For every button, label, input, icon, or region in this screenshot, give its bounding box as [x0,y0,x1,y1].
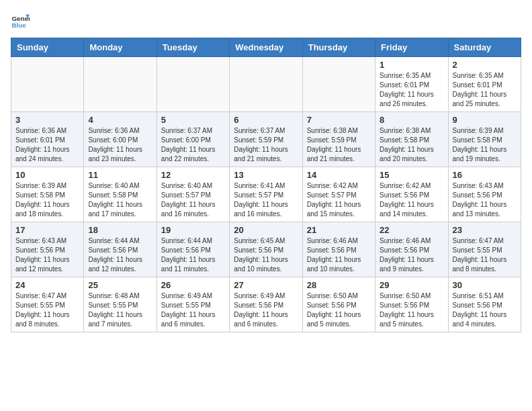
day-info: Sunrise: 6:51 AM Sunset: 5:56 PM Dayligh… [453,291,517,329]
calendar-cell: 12Sunrise: 6:40 AM Sunset: 5:57 PM Dayli… [157,167,229,222]
calendar-cell: 19Sunrise: 6:44 AM Sunset: 5:56 PM Dayli… [157,222,229,277]
svg-text:Blue: Blue [11,21,26,29]
day-number: 21 [307,225,371,235]
calendar-cell: 27Sunrise: 6:49 AM Sunset: 5:56 PM Dayli… [230,277,302,332]
day-number: 1 [380,60,443,70]
calendar-cell: 8Sunrise: 6:38 AM Sunset: 5:58 PM Daylig… [375,112,448,167]
calendar-cell [230,57,302,112]
col-header-sunday: Sunday [11,38,84,57]
day-number: 16 [453,170,517,180]
logo-icon: General Blue [11,11,30,30]
calendar-cell: 13Sunrise: 6:41 AM Sunset: 5:57 PM Dayli… [230,167,302,222]
day-number: 28 [307,280,371,290]
day-info: Sunrise: 6:48 AM Sunset: 5:55 PM Dayligh… [88,291,152,329]
calendar-cell: 23Sunrise: 6:47 AM Sunset: 5:55 PM Dayli… [448,222,521,277]
day-info: Sunrise: 6:39 AM Sunset: 5:58 PM Dayligh… [15,181,79,219]
calendar-week-row: 24Sunrise: 6:47 AM Sunset: 5:55 PM Dayli… [11,277,521,332]
calendar-cell: 14Sunrise: 6:42 AM Sunset: 5:57 PM Dayli… [302,167,375,222]
day-number: 17 [15,225,79,235]
calendar-cell: 28Sunrise: 6:50 AM Sunset: 5:56 PM Dayli… [302,277,375,332]
day-number: 18 [88,225,152,235]
day-number: 25 [88,280,152,290]
day-number: 29 [380,280,443,290]
day-info: Sunrise: 6:47 AM Sunset: 5:55 PM Dayligh… [15,291,79,329]
day-number: 27 [234,280,298,290]
calendar-cell: 29Sunrise: 6:50 AM Sunset: 5:56 PM Dayli… [375,277,448,332]
col-header-tuesday: Tuesday [157,38,229,57]
day-info: Sunrise: 6:39 AM Sunset: 5:58 PM Dayligh… [453,126,517,164]
calendar-table: SundayMondayTuesdayWednesdayThursdayFrid… [11,38,521,332]
calendar-cell: 18Sunrise: 6:44 AM Sunset: 5:56 PM Dayli… [84,222,157,277]
day-number: 12 [161,170,225,180]
col-header-friday: Friday [375,38,448,57]
calendar-cell: 22Sunrise: 6:46 AM Sunset: 5:56 PM Dayli… [375,222,448,277]
day-number: 7 [307,115,371,125]
calendar-cell [302,57,375,112]
col-header-saturday: Saturday [448,38,521,57]
calendar-cell: 10Sunrise: 6:39 AM Sunset: 5:58 PM Dayli… [11,167,84,222]
day-info: Sunrise: 6:46 AM Sunset: 5:56 PM Dayligh… [380,236,443,274]
day-number: 22 [380,225,443,235]
day-number: 3 [15,115,79,125]
calendar-cell [84,57,157,112]
day-number: 24 [15,280,79,290]
calendar-cell [157,57,229,112]
day-info: Sunrise: 6:46 AM Sunset: 5:56 PM Dayligh… [307,236,371,274]
day-info: Sunrise: 6:47 AM Sunset: 5:55 PM Dayligh… [453,236,517,274]
calendar-week-row: 1Sunrise: 6:35 AM Sunset: 6:01 PM Daylig… [11,57,521,112]
day-info: Sunrise: 6:45 AM Sunset: 5:56 PM Dayligh… [234,236,298,274]
day-number: 4 [88,115,152,125]
day-info: Sunrise: 6:40 AM Sunset: 5:58 PM Dayligh… [88,181,152,219]
calendar-cell: 26Sunrise: 6:49 AM Sunset: 5:55 PM Dayli… [157,277,229,332]
day-number: 13 [234,170,298,180]
calendar-cell: 9Sunrise: 6:39 AM Sunset: 5:58 PM Daylig… [448,112,521,167]
day-number: 30 [453,280,517,290]
day-number: 9 [453,115,517,125]
day-info: Sunrise: 6:43 AM Sunset: 5:56 PM Dayligh… [15,236,79,274]
day-info: Sunrise: 6:37 AM Sunset: 6:00 PM Dayligh… [161,126,225,164]
calendar-cell: 4Sunrise: 6:36 AM Sunset: 6:00 PM Daylig… [84,112,157,167]
day-number: 26 [161,280,225,290]
day-number: 23 [453,225,517,235]
day-info: Sunrise: 6:50 AM Sunset: 5:56 PM Dayligh… [380,291,443,329]
calendar-cell: 20Sunrise: 6:45 AM Sunset: 5:56 PM Dayli… [230,222,302,277]
day-info: Sunrise: 6:36 AM Sunset: 6:00 PM Dayligh… [88,126,152,164]
day-info: Sunrise: 6:35 AM Sunset: 6:01 PM Dayligh… [380,71,443,109]
day-number: 14 [307,170,371,180]
calendar-cell: 11Sunrise: 6:40 AM Sunset: 5:58 PM Dayli… [84,167,157,222]
logo: General Blue [11,11,30,30]
day-number: 2 [453,60,517,70]
calendar-week-row: 10Sunrise: 6:39 AM Sunset: 5:58 PM Dayli… [11,167,521,222]
calendar-cell: 24Sunrise: 6:47 AM Sunset: 5:55 PM Dayli… [11,277,84,332]
calendar-header-row: SundayMondayTuesdayWednesdayThursdayFrid… [11,38,521,57]
calendar-cell: 3Sunrise: 6:36 AM Sunset: 6:01 PM Daylig… [11,112,84,167]
day-info: Sunrise: 6:49 AM Sunset: 5:56 PM Dayligh… [234,291,298,329]
day-info: Sunrise: 6:35 AM Sunset: 6:01 PM Dayligh… [453,71,517,109]
day-number: 8 [380,115,443,125]
calendar-cell: 6Sunrise: 6:37 AM Sunset: 5:59 PM Daylig… [230,112,302,167]
day-info: Sunrise: 6:36 AM Sunset: 6:01 PM Dayligh… [15,126,79,164]
day-number: 10 [15,170,79,180]
day-info: Sunrise: 6:43 AM Sunset: 5:56 PM Dayligh… [453,181,517,219]
col-header-monday: Monday [84,38,157,57]
col-header-wednesday: Wednesday [230,38,302,57]
day-info: Sunrise: 6:50 AM Sunset: 5:56 PM Dayligh… [307,291,371,329]
calendar-week-row: 17Sunrise: 6:43 AM Sunset: 5:56 PM Dayli… [11,222,521,277]
calendar-cell: 1Sunrise: 6:35 AM Sunset: 6:01 PM Daylig… [375,57,448,112]
day-info: Sunrise: 6:42 AM Sunset: 5:57 PM Dayligh… [307,181,371,219]
col-header-thursday: Thursday [302,38,375,57]
day-number: 5 [161,115,225,125]
day-info: Sunrise: 6:49 AM Sunset: 5:55 PM Dayligh… [161,291,225,329]
day-number: 15 [380,170,443,180]
day-info: Sunrise: 6:44 AM Sunset: 5:56 PM Dayligh… [88,236,152,274]
calendar-cell: 16Sunrise: 6:43 AM Sunset: 5:56 PM Dayli… [448,167,521,222]
day-info: Sunrise: 6:40 AM Sunset: 5:57 PM Dayligh… [161,181,225,219]
calendar-cell: 21Sunrise: 6:46 AM Sunset: 5:56 PM Dayli… [302,222,375,277]
day-info: Sunrise: 6:38 AM Sunset: 5:59 PM Dayligh… [307,126,371,164]
calendar-cell: 30Sunrise: 6:51 AM Sunset: 5:56 PM Dayli… [448,277,521,332]
calendar-cell: 17Sunrise: 6:43 AM Sunset: 5:56 PM Dayli… [11,222,84,277]
day-number: 19 [161,225,225,235]
calendar-cell: 5Sunrise: 6:37 AM Sunset: 6:00 PM Daylig… [157,112,229,167]
page-header: General Blue [11,11,521,30]
calendar-cell: 2Sunrise: 6:35 AM Sunset: 6:01 PM Daylig… [448,57,521,112]
